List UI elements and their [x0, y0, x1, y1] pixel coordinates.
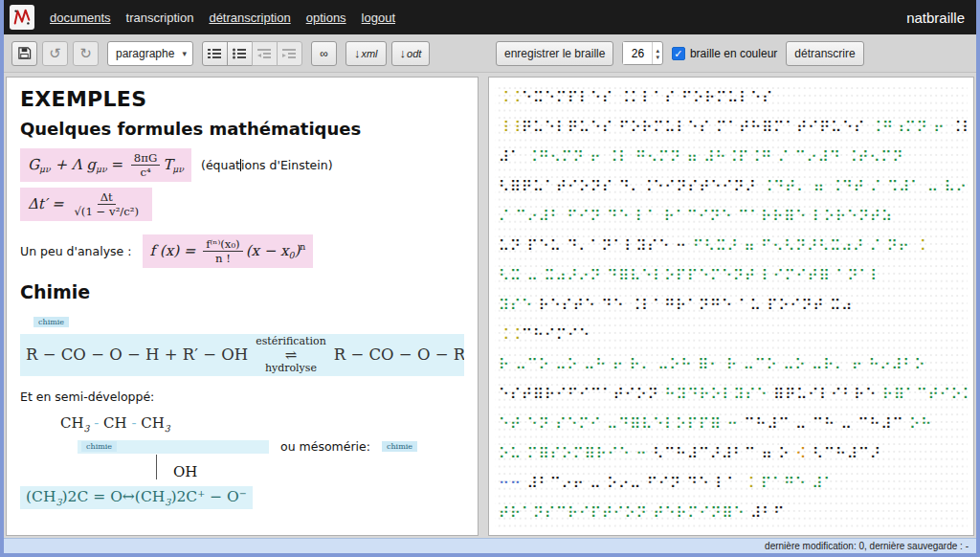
bullet-list-icon	[233, 48, 246, 59]
braille-segment: ⠗ ⠤⠉⠕ ⠤⠕ ⠤⠓ ⠖ ⠗⠄ ⠤⠕⠓ ⠿⠂ ⠗ ⠤⠉⠕ ⠤⠕ ⠤⠗⠄ ⠖ ⠓…	[499, 356, 926, 373]
braille-line: ⠣⠭ ⠤ ⠭⠴⠜⠔⠝ ⠙⠿⠧⠑⠇⠕⠏⠏⠑⠍⠑⠝⠞ ⠇⠊⠍⠊⠞⠿ ⠁⠝⠁⠇	[495, 261, 968, 291]
bond-line	[156, 455, 157, 479]
braille-segment: ⠋⠣⠭⠜ ⠶ ⠋⠢⠣⠝⠜⠣⠭⠴⠜ ⠌ ⠝⠖	[693, 237, 910, 255]
outdent-button[interactable]	[252, 41, 278, 66]
braille-line: ⠥⠝ ⠏⠑⠥ ⠙⠄⠁⠝⠁⠇⠽⠎⠑ ⠒ ⠋⠣⠭⠜ ⠶ ⠋⠢⠣⠝⠜⠣⠭⠴⠜ ⠌ ⠝⠖…	[495, 232, 968, 261]
doc-subtitle: Quelques formules mathématiques	[20, 119, 464, 139]
ordered-list-button[interactable]	[202, 41, 228, 66]
infinity-icon: ∞	[320, 47, 328, 60]
braille-color-checkbox[interactable]: ✓	[672, 47, 685, 60]
oh-group: OH	[173, 463, 464, 480]
einstein-formula[interactable]: Gμν + Λ gμν = 8πGc⁴Tμν	[20, 148, 191, 182]
editor-toolbar: ↺ ↻ paragraphe ▾	[4, 41, 488, 66]
braille-segment: ⠼⠃⠉⠔⠖ ⠤ ⠕⠔⠤ ⠋⠊⠝ ⠙⠑ ⠇⠁	[527, 475, 739, 492]
braille-segment: ⠒⠒	[499, 475, 527, 492]
analysis-label: Un peu d'analyse :	[20, 244, 131, 258]
menu-transcription[interactable]: transcription	[126, 11, 194, 25]
braille-segment: ⠓⠽⠙⠗⠕⠇⠽⠎⠑	[665, 386, 774, 403]
formula-segment: +	[197, 488, 205, 499]
formula-segment: CH	[60, 414, 84, 432]
formula-segment: )2C = O↔(CH	[62, 488, 166, 505]
braille-line: ⠨⠨⠑⠭⠑⠍⠏⠇⠑⠎ ⠨⠅⠇⠁⠎ ⠋⠕⠗⠍⠥⠇⠑⠎	[495, 83, 968, 113]
indent-button[interactable]	[277, 41, 302, 66]
braille-line: ⠑⠞ ⠑⠝ ⠎⠑⠍⠊ ⠤⠙⠿⠧⠑⠇⠕⠏⠏⠿ ⠒ ⠉⠓⠼⠉ ⠤ ⠉⠓ ⠤ ⠉⠓⠼⠉…	[495, 410, 968, 439]
semi-structure[interactable]: CH3 - CH - CH3 chimie ou mésomérie: chim…	[60, 413, 464, 480]
formula-segment: g	[86, 156, 96, 173]
redo-icon: ↻	[79, 45, 92, 62]
formula-segment: Δt′ =	[28, 195, 68, 212]
formula-segment: −	[239, 488, 247, 499]
braille-segment: ⠑⠎⠞⠿⠗⠊⠋⠊⠉⠁⠞⠊⠕⠝	[499, 386, 665, 403]
spinner-arrows[interactable]: ▴ ▾	[652, 42, 662, 64]
download-odt-button[interactable]: ↓odt	[391, 41, 431, 66]
save-button[interactable]	[11, 41, 37, 66]
braille-line: ⠌ ⠉⠔⠼⠃ ⠋⠊⠝ ⠙⠑ ⠇⠁ ⠗⠁⠉⠊⠝⠑ ⠉⠁⠗⠗⠿⠑ ⠇⠕⠗⠑⠝⠞⠵	[495, 202, 968, 232]
braille-color-label: braille en couleur	[690, 47, 777, 60]
paragraph-style-select[interactable]: paragraphe ▾	[107, 41, 193, 66]
formula-segment: 3	[165, 423, 170, 434]
taylor-formula[interactable]: f (x) = f⁽ⁿ⁾(x₀)n !(x − x0)n	[143, 234, 314, 268]
braille-line: ⠞⠗⠁⠝⠎⠉⠗⠊⠏⠞⠊⠕⠝ ⠞⠑⠗⠍⠊⠝⠿⠑ ⠼⠃⠋	[495, 499, 968, 528]
braille-line: ⠽⠎⠑ ⠗⠑⠎⠞⠑ ⠙⠑ ⠨⠇⠁⠛⠗⠁⠝⠛⠑ ⠁⠥ ⠏⠕⠊⠝⠞ ⠭⠴	[495, 291, 968, 321]
bullet-list-button[interactable]	[227, 41, 253, 66]
formula-segment: μν	[172, 164, 184, 174]
document-editor[interactable]: EXEMPLES Quelques formules mathématiques…	[6, 77, 479, 536]
chimie-chip[interactable]: chimie	[382, 441, 417, 452]
analysis-row: Un peu d'analyse : f (x) = f⁽ⁿ⁾(x₀)n !(x…	[20, 234, 464, 268]
menu-options[interactable]: options	[306, 11, 346, 25]
paragraph-style-value: paragraphe	[116, 47, 174, 60]
formula-segment: μν	[39, 164, 51, 174]
detranscribe-button[interactable]: détranscrire	[786, 41, 863, 66]
braille-segment: ⠨⠨	[499, 326, 522, 344]
formula-segment: (x) =	[155, 242, 200, 259]
menu-documents[interactable]: documents	[50, 11, 111, 25]
formula-segment: estérification⇌hydrolyse	[256, 336, 326, 374]
redo-button[interactable]: ↻	[73, 41, 99, 66]
structure-highlight-band: chimie	[78, 440, 269, 454]
braille-output[interactable]: ⠨⠨⠑⠭⠑⠍⠏⠇⠑⠎ ⠨⠅⠇⠁⠎ ⠋⠕⠗⠍⠥⠇⠑⠎⠸⠸⠟⠥⠑⠇⠟⠥⠑⠎ ⠋⠕⠗⠍…	[488, 77, 974, 536]
ester-formula[interactable]: R − CO − O − H + R′ − OHestérification⇌h…	[20, 334, 464, 376]
braille-segment: ⠣⠿⠟⠥⠁⠞⠊⠕⠝⠎ ⠙⠄⠨⠑⠊⠝⠎⠞⠑⠊⠝⠜	[499, 178, 762, 195]
toolbar-strip: ↺ ↻ paragraphe ▾	[4, 34, 976, 73]
mesomerie-row: (CH3)2C = O↔(CH3)2C+ − O−	[20, 486, 464, 509]
ester-row: R − CO − O − H + R′ − OHestérification⇌h…	[20, 334, 464, 380]
braille-segment: ⠉⠓⠊⠍⠊⠑	[522, 326, 590, 344]
top-menu-bar: documents transcription détranscription …	[4, 0, 976, 34]
chimie-chip[interactable]: chimie	[33, 317, 69, 327]
formula-segment: + Λ	[51, 156, 87, 173]
mesomerie-formula[interactable]: (CH3)2C = O↔(CH3)2C+ − O−	[20, 486, 253, 509]
save-braille-button[interactable]: enregistrer le braille	[496, 41, 613, 66]
undo-icon: ↺	[49, 45, 61, 62]
einstein-caption: (équations d'Einstein)	[201, 158, 333, 172]
chimie-chip[interactable]: chimie	[81, 441, 117, 452]
formula-segment: )2C	[170, 488, 197, 505]
braille-segment: ⠼⠃⠋	[745, 504, 785, 522]
formula-segment: f⁽ⁿ⁾(x₀)n !	[203, 237, 243, 265]
menu-logout[interactable]: logout	[362, 11, 395, 25]
braille-segment: ⠸⠸	[499, 119, 522, 136]
app-window: documents transcription détranscription …	[0, 0, 980, 557]
line-width-input[interactable]	[623, 42, 652, 64]
braille-segment: ⠨⠛⠢⠍⠝ ⠖ ⠨⠇ ⠛⠢⠍⠝ ⠶ ⠼⠓⠨⠏⠨⠛ ⠌ ⠉⠔⠼⠙ ⠨⠞⠢⠍⠝	[527, 148, 904, 166]
infinity-button[interactable]: ∞	[311, 41, 337, 66]
download-icon: ↓	[354, 46, 361, 60]
ordered-list-icon	[208, 48, 221, 59]
list-button-group	[202, 41, 302, 66]
lorentz-formula[interactable]: Δt′ = Δt√(1 − v²/c²)	[20, 188, 152, 221]
structure-formula: CH3 - CH - CH3	[60, 414, 170, 432]
menu-detranscription[interactable]: détranscription	[209, 11, 290, 25]
odt-label: odt	[407, 48, 421, 59]
undo-button[interactable]: ↺	[42, 41, 68, 66]
natbraille-logo	[10, 5, 34, 30]
formula-segment: CH	[103, 414, 127, 432]
download-xml-button[interactable]: ↓xml	[345, 41, 387, 66]
braille-segment: ⠞⠗⠁⠝⠎⠉⠗⠊⠏⠞⠊⠕⠝ ⠞⠑⠗⠍⠊⠝⠿⠑	[499, 504, 745, 522]
formula-segment: n	[300, 242, 305, 253]
braille-segment: ⠨⠛⠰⠍⠝ ⠖	[871, 119, 946, 136]
formula-segment: R − CO − O − R′ + H	[334, 345, 464, 364]
braille-segment: ⠣⠉⠓⠼⠉⠜⠼⠃⠉ ⠶ ⠕	[653, 445, 790, 462]
braille-line: ⠣⠿⠟⠥⠁⠞⠊⠕⠝⠎ ⠙⠄⠨⠑⠊⠝⠎⠞⠑⠊⠝⠜ ⠨⠙⠞⠄ ⠶ ⠨⠙⠞ ⠌ ⠩⠼⠁…	[495, 172, 968, 202]
spinner-down-icon[interactable]: ▾	[656, 54, 659, 60]
spinner-up-icon[interactable]: ▴	[656, 47, 659, 54]
braille-segment: ⠕⠓	[904, 415, 933, 433]
